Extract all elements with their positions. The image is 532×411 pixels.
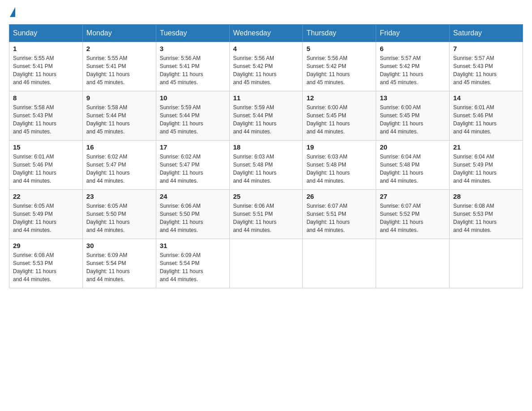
- calendar-cell: 6 Sunrise: 5:57 AM Sunset: 5:42 PM Dayli…: [376, 42, 450, 91]
- day-info: Sunrise: 6:02 AM Sunset: 5:47 PM Dayligh…: [86, 153, 152, 185]
- calendar-cell: 5 Sunrise: 5:56 AM Sunset: 5:42 PM Dayli…: [303, 42, 376, 91]
- calendar-cell: 11 Sunrise: 5:59 AM Sunset: 5:44 PM Dayl…: [229, 91, 303, 141]
- calendar-cell: 13 Sunrise: 6:00 AM Sunset: 5:45 PM Dayl…: [376, 91, 450, 141]
- page-header: [9, 9, 523, 15]
- weekday-header-friday: Friday: [376, 25, 450, 42]
- day-info: Sunrise: 5:58 AM Sunset: 5:43 PM Dayligh…: [13, 103, 79, 136]
- weekday-header-sunday: Sunday: [9, 25, 83, 42]
- calendar-table: SundayMondayTuesdayWednesdayThursdayFrid…: [9, 24, 523, 288]
- day-number: 1: [13, 45, 79, 52]
- day-info: Sunrise: 6:06 AM Sunset: 5:51 PM Dayligh…: [233, 202, 299, 234]
- day-info: Sunrise: 5:55 AM Sunset: 5:41 PM Dayligh…: [13, 54, 79, 86]
- calendar-cell: 1 Sunrise: 5:55 AM Sunset: 5:41 PM Dayli…: [9, 42, 83, 91]
- weekday-header-monday: Monday: [82, 25, 156, 42]
- day-number: 23: [86, 193, 152, 200]
- calendar-cell: 17 Sunrise: 6:02 AM Sunset: 5:47 PM Dayl…: [156, 141, 229, 190]
- day-number: 27: [380, 193, 446, 200]
- day-number: 6: [380, 45, 446, 52]
- weekday-header-wednesday: Wednesday: [229, 25, 303, 42]
- day-number: 5: [306, 45, 372, 52]
- day-number: 14: [453, 94, 519, 102]
- day-number: 10: [160, 94, 226, 102]
- day-info: Sunrise: 6:00 AM Sunset: 5:45 PM Dayligh…: [306, 103, 372, 136]
- day-number: 3: [160, 45, 226, 52]
- calendar-week-row: 22 Sunrise: 6:05 AM Sunset: 5:49 PM Dayl…: [9, 190, 523, 239]
- day-number: 11: [233, 94, 299, 102]
- day-number: 26: [306, 193, 372, 200]
- day-info: Sunrise: 5:55 AM Sunset: 5:41 PM Dayligh…: [86, 54, 152, 86]
- weekday-header-saturday: Saturday: [450, 25, 523, 42]
- day-info: Sunrise: 6:01 AM Sunset: 5:46 PM Dayligh…: [453, 103, 519, 136]
- logo: [9, 9, 15, 15]
- weekday-header-row: SundayMondayTuesdayWednesdayThursdayFrid…: [9, 25, 523, 42]
- day-number: 18: [233, 143, 299, 151]
- day-info: Sunrise: 6:05 AM Sunset: 5:49 PM Dayligh…: [13, 202, 79, 234]
- calendar-cell: 7 Sunrise: 5:57 AM Sunset: 5:43 PM Dayli…: [450, 42, 523, 91]
- day-info: Sunrise: 6:01 AM Sunset: 5:46 PM Dayligh…: [13, 153, 79, 185]
- day-info: Sunrise: 6:05 AM Sunset: 5:50 PM Dayligh…: [86, 202, 152, 234]
- logo-triangle-icon: [10, 7, 15, 17]
- calendar-cell: 3 Sunrise: 5:56 AM Sunset: 5:41 PM Dayli…: [156, 42, 229, 91]
- day-info: Sunrise: 5:59 AM Sunset: 5:44 PM Dayligh…: [233, 103, 299, 136]
- calendar-cell: 8 Sunrise: 5:58 AM Sunset: 5:43 PM Dayli…: [9, 91, 83, 141]
- day-info: Sunrise: 5:58 AM Sunset: 5:44 PM Dayligh…: [86, 103, 152, 136]
- calendar-cell: 30 Sunrise: 6:09 AM Sunset: 5:54 PM Dayl…: [82, 239, 156, 288]
- day-info: Sunrise: 5:57 AM Sunset: 5:43 PM Dayligh…: [453, 54, 519, 86]
- day-number: 21: [453, 143, 519, 151]
- day-number: 8: [13, 94, 79, 102]
- calendar-cell: 18 Sunrise: 6:03 AM Sunset: 5:48 PM Dayl…: [229, 141, 303, 190]
- day-info: Sunrise: 6:07 AM Sunset: 5:52 PM Dayligh…: [380, 202, 446, 234]
- day-number: 2: [86, 45, 152, 52]
- day-number: 31: [160, 242, 226, 249]
- day-info: Sunrise: 6:02 AM Sunset: 5:47 PM Dayligh…: [160, 153, 226, 185]
- calendar-cell: 15 Sunrise: 6:01 AM Sunset: 5:46 PM Dayl…: [9, 141, 83, 190]
- day-number: 20: [380, 143, 446, 151]
- calendar-cell: 21 Sunrise: 6:04 AM Sunset: 5:49 PM Dayl…: [450, 141, 523, 190]
- calendar-cell: 20 Sunrise: 6:04 AM Sunset: 5:48 PM Dayl…: [376, 141, 450, 190]
- day-info: Sunrise: 6:00 AM Sunset: 5:45 PM Dayligh…: [380, 103, 446, 136]
- day-info: Sunrise: 6:06 AM Sunset: 5:50 PM Dayligh…: [160, 202, 226, 234]
- day-number: 9: [86, 94, 152, 102]
- day-number: 7: [453, 45, 519, 52]
- day-number: 15: [13, 143, 79, 151]
- calendar-cell: [229, 239, 303, 288]
- day-number: 12: [306, 94, 372, 102]
- calendar-cell: [376, 239, 450, 288]
- calendar-week-row: 1 Sunrise: 5:55 AM Sunset: 5:41 PM Dayli…: [9, 42, 523, 91]
- calendar-cell: 24 Sunrise: 6:06 AM Sunset: 5:50 PM Dayl…: [156, 190, 229, 239]
- calendar-cell: 12 Sunrise: 6:00 AM Sunset: 5:45 PM Dayl…: [303, 91, 376, 141]
- day-number: 25: [233, 193, 299, 200]
- calendar-cell: 2 Sunrise: 5:55 AM Sunset: 5:41 PM Dayli…: [82, 42, 156, 91]
- day-number: 16: [86, 143, 152, 151]
- calendar-cell: 25 Sunrise: 6:06 AM Sunset: 5:51 PM Dayl…: [229, 190, 303, 239]
- day-info: Sunrise: 5:56 AM Sunset: 5:41 PM Dayligh…: [160, 54, 226, 86]
- day-info: Sunrise: 6:09 AM Sunset: 5:54 PM Dayligh…: [86, 251, 152, 283]
- day-number: 4: [233, 45, 299, 52]
- day-info: Sunrise: 6:03 AM Sunset: 5:48 PM Dayligh…: [306, 153, 372, 185]
- day-info: Sunrise: 6:07 AM Sunset: 5:51 PM Dayligh…: [306, 202, 372, 234]
- day-info: Sunrise: 5:59 AM Sunset: 5:44 PM Dayligh…: [160, 103, 226, 136]
- day-info: Sunrise: 6:09 AM Sunset: 5:54 PM Dayligh…: [160, 251, 226, 283]
- day-number: 24: [160, 193, 226, 200]
- day-info: Sunrise: 6:04 AM Sunset: 5:49 PM Dayligh…: [453, 153, 519, 185]
- calendar-cell: 31 Sunrise: 6:09 AM Sunset: 5:54 PM Dayl…: [156, 239, 229, 288]
- calendar-cell: 16 Sunrise: 6:02 AM Sunset: 5:47 PM Dayl…: [82, 141, 156, 190]
- day-number: 13: [380, 94, 446, 102]
- day-info: Sunrise: 5:56 AM Sunset: 5:42 PM Dayligh…: [306, 54, 372, 86]
- calendar-cell: 29 Sunrise: 6:08 AM Sunset: 5:53 PM Dayl…: [9, 239, 83, 288]
- day-info: Sunrise: 5:57 AM Sunset: 5:42 PM Dayligh…: [380, 54, 446, 86]
- day-number: 28: [453, 193, 519, 200]
- calendar-week-row: 15 Sunrise: 6:01 AM Sunset: 5:46 PM Dayl…: [9, 141, 523, 190]
- day-number: 29: [13, 242, 79, 249]
- calendar-cell: 10 Sunrise: 5:59 AM Sunset: 5:44 PM Dayl…: [156, 91, 229, 141]
- calendar-cell: [450, 239, 523, 288]
- calendar-cell: [303, 239, 376, 288]
- day-number: 19: [306, 143, 372, 151]
- day-info: Sunrise: 6:03 AM Sunset: 5:48 PM Dayligh…: [233, 153, 299, 185]
- day-number: 30: [86, 242, 152, 249]
- weekday-header-thursday: Thursday: [303, 25, 376, 42]
- calendar-cell: 23 Sunrise: 6:05 AM Sunset: 5:50 PM Dayl…: [82, 190, 156, 239]
- calendar-cell: 9 Sunrise: 5:58 AM Sunset: 5:44 PM Dayli…: [82, 91, 156, 141]
- calendar-cell: 26 Sunrise: 6:07 AM Sunset: 5:51 PM Dayl…: [303, 190, 376, 239]
- calendar-cell: 22 Sunrise: 6:05 AM Sunset: 5:49 PM Dayl…: [9, 190, 83, 239]
